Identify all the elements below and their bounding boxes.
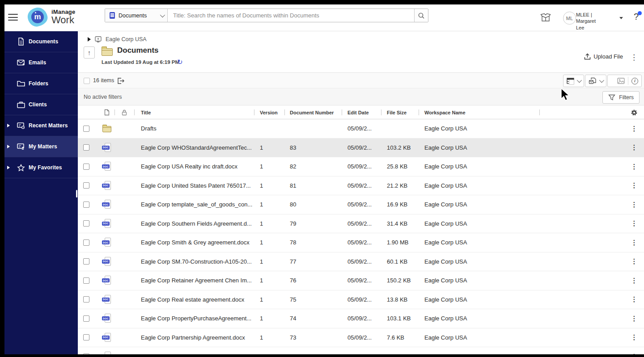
row-title[interactable]: Eagle Corp Smith & Grey agreement.docx: [134, 233, 254, 252]
row-title[interactable]: Eagle Corp Partnership Agreement.docx: [134, 328, 254, 347]
doc-file-icon: DOC: [99, 290, 114, 309]
expand-caret-icon[interactable]: [7, 166, 10, 169]
row-title[interactable]: Eagle Corp Real estate agreement.docx: [134, 290, 254, 309]
row-title[interactable]: Eagle Corp Retainer Agreement Chen Im...: [134, 271, 254, 290]
table-row[interactable]: Drafts 05/09/2... Eagle Corp USA ⋮: [78, 119, 644, 139]
document-type-icon: [110, 12, 115, 19]
user-menu-caret-icon[interactable]: [619, 17, 623, 19]
column-settings-button[interactable]: [624, 105, 644, 119]
table-row[interactable]: DOC Eagle Corp Retainer Agreement Chen I…: [78, 271, 644, 290]
row-checkbox[interactable]: [83, 202, 89, 208]
help-icon[interactable]: ?: [634, 12, 639, 22]
table-row[interactable]: DOC Eagle Corp Smith & Grey agreement.do…: [78, 233, 644, 252]
hamburger-menu-icon[interactable]: [8, 14, 18, 21]
search-button[interactable]: [414, 9, 428, 22]
sidebar-resize-handle[interactable]: [76, 190, 77, 197]
row-actions-kebab-icon[interactable]: ⋮: [631, 125, 638, 133]
header-title[interactable]: Title: [134, 105, 254, 119]
breadcrumb-workspace-label[interactable]: Eagle Corp USA: [106, 36, 147, 42]
row-actions-kebab-icon[interactable]: ⋮: [631, 315, 638, 323]
table-row[interactable]: DOC Eagle Corp SM.70-Construction-A105-2…: [78, 252, 644, 272]
table-row[interactable]: DOC Eagle Corp USA Realty inc draft.docx…: [78, 157, 644, 176]
upload-file-button[interactable]: Upload File: [584, 53, 623, 60]
expand-caret-icon[interactable]: [7, 145, 10, 148]
preview-toggle[interactable]: [614, 75, 628, 87]
row-actions-kebab-icon[interactable]: ⋮: [631, 163, 638, 171]
row-title[interactable]: [134, 347, 254, 354]
row-checkbox[interactable]: [83, 334, 89, 340]
row-actions-kebab-icon[interactable]: ⋮: [631, 239, 638, 247]
row-lock-cell: [114, 139, 134, 157]
header-file-size[interactable]: File Size: [381, 105, 419, 119]
user-avatar[interactable]: ML: [563, 12, 576, 25]
row-actions-kebab-icon[interactable]: ⋮: [631, 295, 638, 303]
row-title[interactable]: Eagle Corp SM.70-Construction-A105-20...: [134, 252, 254, 271]
row-checkbox[interactable]: [83, 258, 89, 265]
search-scope-dropdown[interactable]: Documents: [105, 9, 168, 22]
header-workspace-name[interactable]: Workspace Name: [419, 105, 539, 119]
header-version[interactable]: Version: [254, 105, 284, 119]
row-checkbox[interactable]: [83, 182, 89, 189]
table-row[interactable]: DOC Eagle Corp template_sale_of_goods_co…: [78, 195, 644, 214]
row-title[interactable]: Eagle Corp PropertyPurchaseAgreement...: [134, 309, 254, 328]
row-checkbox[interactable]: [83, 277, 89, 284]
sidebar-item-documents[interactable]: Documents: [4, 31, 78, 52]
row-checkbox[interactable]: [83, 220, 89, 227]
row-actions-kebab-icon[interactable]: ⋮: [631, 353, 638, 354]
row-checkbox[interactable]: [83, 126, 89, 132]
select-all-checkbox[interactable]: [84, 78, 90, 84]
info-button[interactable]: i: [628, 75, 641, 87]
row-title[interactable]: Eagle Corp United States Patent 765017..…: [134, 176, 254, 195]
breadcrumb-expand-icon[interactable]: [88, 37, 91, 42]
navigate-up-button[interactable]: ↑: [84, 46, 95, 59]
show-checkboxes-toggle[interactable]: [608, 75, 614, 87]
row-checkbox[interactable]: [83, 296, 89, 302]
row-title[interactable]: Eagle Corp WHOStandardAgreementTec...: [134, 139, 254, 157]
workspace-icon: [95, 36, 102, 42]
row-title[interactable]: Eagle Corp USA Realty inc draft.docx: [134, 157, 254, 176]
doc-file-icon: DOC: [99, 195, 114, 214]
row-actions-kebab-icon[interactable]: ⋮: [631, 219, 638, 227]
briefcase-icon: [17, 101, 25, 109]
search-input[interactable]: [168, 9, 414, 22]
header-doctype-column[interactable]: [99, 105, 114, 119]
whats-new-box-icon[interactable]: [540, 13, 551, 22]
header-edit-date[interactable]: Edit Date: [342, 105, 381, 119]
sidebar-item-my-matters[interactable]: My Matters: [4, 136, 78, 157]
share-export-button[interactable]: [585, 75, 606, 87]
export-list-icon[interactable]: [117, 77, 125, 84]
table-row[interactable]: DOC Eagle Corp PropertyPurchaseAgreement…: [78, 309, 644, 328]
refresh-icon[interactable]: ↻: [177, 58, 183, 66]
row-checkbox[interactable]: [83, 315, 89, 322]
row-version: 1: [254, 309, 284, 328]
sidebar-item-my-favorites[interactable]: My Favorites: [4, 157, 78, 178]
table-row[interactable]: DOC Eagle Corp WHOStandardAgreementTec..…: [78, 139, 644, 158]
table-row[interactable]: DOC Eagle Corp Real estate agreement.doc…: [78, 290, 644, 310]
row-title[interactable]: Drafts: [134, 119, 254, 138]
table-row[interactable]: DOC Eagle Corp United States Patent 7650…: [78, 176, 644, 196]
row-actions-kebab-icon[interactable]: ⋮: [631, 277, 638, 285]
row-actions-kebab-icon[interactable]: ⋮: [631, 333, 638, 341]
table-row[interactable]: DOC ⋮: [78, 347, 644, 354]
sidebar-item-recent-matters[interactable]: Recent Matters: [4, 115, 78, 136]
sidebar-item-emails[interactable]: Emails: [4, 52, 78, 73]
table-row[interactable]: DOC Eagle Corp Partnership Agreement.doc…: [78, 328, 644, 348]
row-checkbox[interactable]: [83, 353, 89, 354]
expand-caret-icon[interactable]: [7, 124, 10, 127]
row-checkbox[interactable]: [83, 239, 89, 246]
row-actions-kebab-icon[interactable]: ⋮: [631, 181, 638, 189]
row-checkbox[interactable]: [83, 164, 89, 170]
row-title[interactable]: Eagle Corp Southern Fields Agreement.d..…: [134, 214, 254, 233]
filters-button[interactable]: Filters: [602, 91, 640, 104]
row-checkbox[interactable]: [83, 144, 89, 151]
row-title[interactable]: Eagle Corp template_sale_of_goods_con...: [134, 195, 254, 214]
row-actions-kebab-icon[interactable]: ⋮: [631, 143, 638, 151]
header-document-number[interactable]: Document Number: [284, 105, 342, 119]
table-row[interactable]: DOC Eagle Corp Southern Fields Agreement…: [78, 214, 644, 234]
header-lock-column[interactable]: [114, 105, 134, 119]
sidebar-item-folders[interactable]: Folders: [4, 73, 78, 94]
row-actions-kebab-icon[interactable]: ⋮: [631, 257, 638, 265]
row-actions-kebab-icon[interactable]: ⋮: [631, 201, 638, 209]
sidebar-item-clients[interactable]: Clients: [4, 94, 78, 115]
folder-actions-kebab-icon[interactable]: ⋮: [630, 53, 638, 62]
